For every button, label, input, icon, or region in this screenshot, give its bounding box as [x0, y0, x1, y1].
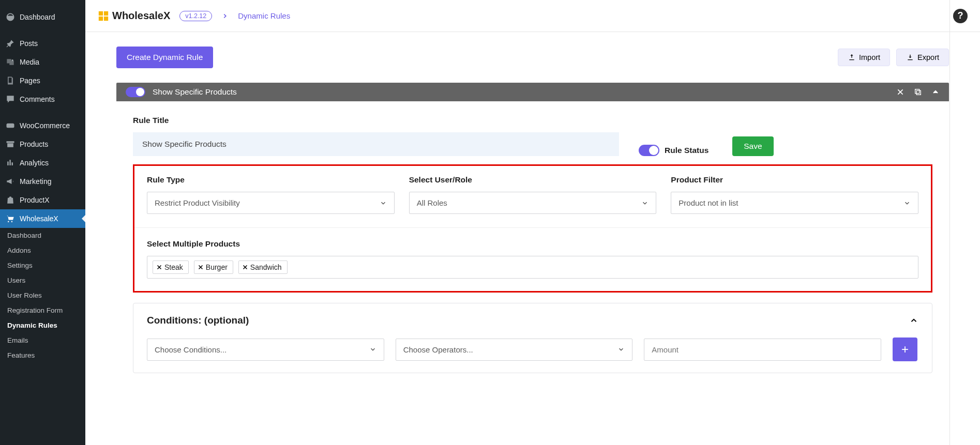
chevron-down-icon	[617, 346, 625, 353]
rule-status-label: Rule Status	[665, 146, 708, 155]
question-icon: ?	[958, 10, 963, 21]
bag-icon	[5, 195, 16, 205]
chevron-up-icon[interactable]	[931, 88, 940, 96]
product-tag[interactable]: Sandwich	[238, 260, 288, 274]
label: Products	[20, 140, 48, 148]
windows-icon	[98, 10, 109, 22]
product-tag[interactable]: Steak	[153, 260, 189, 274]
brand-name: WholesaleX	[112, 10, 170, 22]
label: Export	[917, 53, 939, 62]
svg-rect-6	[915, 89, 919, 94]
rule-card: Show Specific Products Rule Title Rule S…	[116, 83, 949, 376]
value: All Roles	[417, 198, 447, 207]
gauge-icon	[5, 12, 16, 22]
product-filter-label: Product Filter	[671, 175, 918, 185]
sidebar-sub-features[interactable]: Features	[0, 348, 85, 363]
help-button[interactable]: ?	[953, 9, 968, 23]
plus-icon: +	[901, 342, 909, 357]
user-role-label: Select User/Role	[409, 175, 657, 185]
sidebar-item-marketing[interactable]: Marketing	[0, 172, 85, 191]
rule-header: Show Specific Products	[116, 83, 949, 101]
chevron-down-icon	[903, 200, 911, 207]
rule-type-select[interactable]: Restrict Product Visibility	[147, 192, 395, 214]
x-icon[interactable]	[242, 264, 248, 270]
import-button[interactable]: Import	[838, 49, 890, 66]
sidebar-sub-dashboard[interactable]: Dashboard	[0, 228, 85, 243]
conditions-card: Conditions: (optional) Choose Conditions…	[133, 303, 932, 373]
sidebar-item-comments[interactable]: Comments	[0, 90, 85, 109]
chart-icon	[5, 158, 16, 168]
svg-rect-2	[99, 11, 103, 15]
create-rule-button[interactable]: Create Dynamic Rule	[116, 47, 213, 68]
sidebar-item-products[interactable]: Products	[0, 135, 85, 154]
rule-title-input[interactable]	[133, 132, 619, 156]
label: Posts	[20, 39, 38, 48]
label: Burger	[206, 263, 228, 271]
pin-icon	[5, 38, 16, 49]
chevron-down-icon	[369, 346, 376, 353]
sidebar-sub-users[interactable]: Users	[0, 273, 85, 288]
amount-input[interactable]	[644, 339, 881, 361]
svg-rect-1	[7, 124, 14, 128]
x-icon[interactable]	[156, 264, 162, 270]
sidebar-item-woocommerce[interactable]: WooCommerce	[0, 116, 85, 135]
add-condition-button[interactable]: +	[893, 337, 917, 361]
svg-rect-7	[916, 90, 921, 95]
save-button[interactable]: Save	[732, 136, 773, 156]
operator-select[interactable]: Choose Operators...	[396, 339, 633, 361]
sidebar-item-productx[interactable]: ProductX	[0, 191, 85, 209]
label: ProductX	[20, 196, 50, 204]
cart-icon	[5, 213, 16, 224]
sidebar-item-posts[interactable]: Posts	[0, 34, 85, 53]
products-multiselect[interactable]: Steak Burger Sandwich	[147, 256, 918, 279]
sidebar-sub-user-roles[interactable]: User Roles	[0, 288, 85, 303]
svg-rect-5	[104, 16, 108, 20]
user-role-select[interactable]: All Roles	[409, 192, 657, 214]
sidebar-item-wholesalex[interactable]: WholesaleX	[0, 209, 85, 228]
export-button[interactable]: Export	[896, 49, 949, 66]
rule-enable-toggle[interactable]	[126, 87, 145, 97]
label: Pages	[20, 76, 40, 85]
highlighted-section: Rule Type Restrict Product Visibility Se…	[133, 164, 932, 293]
svg-rect-3	[104, 11, 108, 15]
duplicate-icon[interactable]	[914, 88, 922, 96]
label: Sandwich	[250, 263, 282, 271]
download-icon	[906, 53, 914, 62]
breadcrumb-current[interactable]: Dynamic Rules	[238, 11, 290, 20]
sidebar-item-pages[interactable]: Pages	[0, 71, 85, 90]
sidebar-item-media[interactable]: Media	[0, 53, 85, 71]
condition-select[interactable]: Choose Conditions...	[147, 339, 384, 361]
placeholder: Choose Operators...	[403, 345, 473, 354]
chevron-up-icon[interactable]	[909, 316, 918, 325]
sidebar-item-dashboard[interactable]: Dashboard	[0, 8, 85, 26]
rule-title-label: Rule Title	[133, 116, 932, 125]
label: Media	[20, 58, 39, 66]
brand-logo[interactable]: WholesaleX	[98, 10, 170, 22]
rule-header-title: Show Specific Products	[153, 87, 889, 97]
archive-icon	[5, 139, 16, 149]
svg-point-0	[12, 59, 13, 61]
product-tag[interactable]: Burger	[194, 260, 233, 274]
sidebar-sub-dynamic-rules[interactable]: Dynamic Rules	[0, 318, 85, 333]
close-icon[interactable]	[896, 88, 904, 96]
sidebar-item-analytics[interactable]: Analytics	[0, 154, 85, 172]
label: WholesaleX	[20, 214, 58, 223]
sidebar-sub-addons[interactable]: Addons	[0, 243, 85, 258]
product-filter-select[interactable]: Product not in list	[671, 192, 918, 214]
page-icon	[5, 75, 16, 86]
chevron-down-icon	[380, 200, 387, 207]
rule-type-label: Rule Type	[147, 175, 395, 185]
value: Restrict Product Visibility	[155, 198, 240, 207]
x-icon[interactable]	[198, 264, 204, 270]
rule-status-toggle[interactable]	[639, 145, 659, 156]
products-label: Select Multiple Products	[147, 239, 918, 249]
sidebar-sub-registration-form[interactable]: Registration Form	[0, 303, 85, 318]
woo-icon	[5, 120, 16, 131]
label: WooCommerce	[20, 121, 70, 130]
chevron-right-icon	[221, 12, 229, 20]
sidebar-sub-settings[interactable]: Settings	[0, 258, 85, 273]
label: Dashboard	[20, 13, 55, 21]
label: Import	[859, 53, 880, 62]
svg-rect-4	[99, 16, 103, 20]
sidebar-sub-emails[interactable]: Emails	[0, 333, 85, 348]
